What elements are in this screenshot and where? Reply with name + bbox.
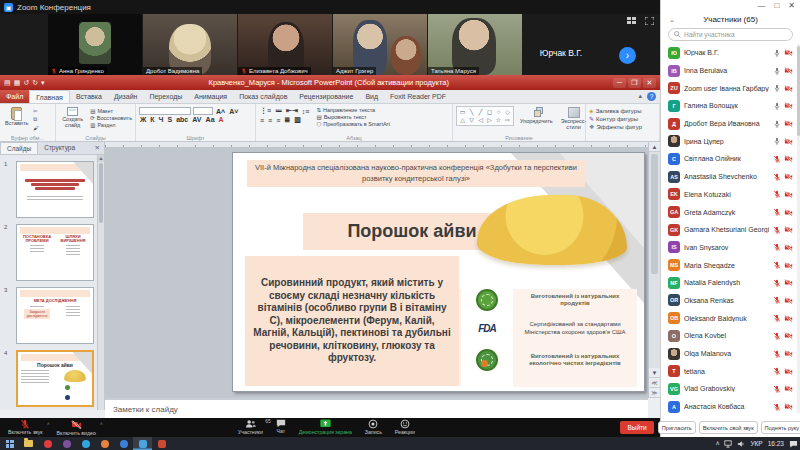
reactions-button[interactable]: Реакции <box>395 419 415 435</box>
participant-row[interactable]: C Світлана Олійник <box>661 150 797 168</box>
numbering-icon[interactable]: ≔ <box>274 107 283 115</box>
tab-slides[interactable]: Слайды <box>0 142 38 154</box>
video-tile-1[interactable]: Дробот Вадимовна <box>143 14 237 75</box>
clock[interactable]: 16:23 <box>768 440 784 447</box>
undo-icon[interactable]: ↺ <box>23 79 29 87</box>
leave-meeting-button[interactable]: Выйти <box>620 421 654 434</box>
cut-icon[interactable]: ✂ <box>33 108 39 114</box>
taskbar-firefox-button[interactable] <box>95 437 114 450</box>
participants-button[interactable]: 65Участники <box>238 419 263 435</box>
taskbar-powerpoint-button[interactable] <box>152 437 171 450</box>
speaker-icon[interactable] <box>737 440 745 448</box>
smartart-button[interactable]: ⬡ Преобразовать в SmartArt <box>316 121 390 127</box>
align-center-icon[interactable]: ≡ <box>267 117 273 124</box>
font-style-6[interactable]: Аа <box>204 116 215 123</box>
new-slide-button[interactable]: Создать слайд <box>59 106 86 129</box>
align-text-button[interactable]: ▤ Выровнять текст <box>316 114 390 120</box>
ppt-minimize-button[interactable]: ─ <box>613 78 626 88</box>
arrange-button[interactable]: Упорядочить <box>518 106 555 125</box>
participant-row[interactable]: GK Gamara Khetsuriani Georgia <box>661 221 797 239</box>
font-size-select[interactable] <box>193 107 213 115</box>
taskbar-telegram-button[interactable] <box>76 437 95 450</box>
zoom-close-button[interactable]: ✕ <box>788 2 795 10</box>
qat-dropdown-icon[interactable]: ▾ <box>41 79 45 87</box>
layout-button[interactable]: ▤ Макет <box>90 108 132 114</box>
participant-row[interactable]: VG Vlad Grabovskiy <box>661 380 797 398</box>
ribbon-tab-3[interactable]: Дизайн <box>108 90 144 103</box>
participant-row[interactable]: Г Галина Волощук <box>661 97 797 115</box>
text-direction-button[interactable]: ⇅ Направление текста <box>316 107 390 113</box>
next-slide-icon[interactable]: ≫ <box>649 388 660 398</box>
raise-hand-button[interactable]: Поднять руку <box>761 421 800 434</box>
language-indicator[interactable]: УКР <box>750 440 762 447</box>
justify-icon[interactable]: ≣ <box>283 116 291 124</box>
scroll-down-icon[interactable]: ▼ <box>649 368 660 378</box>
ribbon-tab-4[interactable]: Переходы <box>143 90 188 103</box>
line-spacing-icon[interactable]: ↕≡ <box>301 108 311 115</box>
ribbon-tab-7[interactable]: Рецензирование <box>293 90 359 103</box>
font-style-5[interactable]: AV <box>191 116 202 123</box>
video-tile-2[interactable]: Елизавета Добжович <box>238 14 332 75</box>
chat-button[interactable]: Чат <box>276 419 286 435</box>
paste-button[interactable]: Вставить <box>3 106 30 131</box>
taskbar-viber-button[interactable] <box>57 437 76 450</box>
grow-font-icon[interactable]: A˄ <box>215 108 226 115</box>
quick-styles-button[interactable]: Экспресс-стили <box>559 106 589 131</box>
shapes-gallery[interactable]: ▭╲╱◻○◇△▽◁▷☆⇨ <box>456 106 514 126</box>
shrink-font-icon[interactable]: A˅ <box>228 108 239 115</box>
taskbar-opera-button[interactable] <box>38 437 57 450</box>
participant-row[interactable]: OB Oleksandr Baldynuk <box>661 309 797 327</box>
font-style-4[interactable]: abc <box>175 116 189 123</box>
previous-slide-icon[interactable]: ≪ <box>649 378 660 388</box>
ribbon-tab-1[interactable]: Главная <box>29 90 70 103</box>
video-tile-0[interactable]: Анна Гринденко <box>48 14 142 75</box>
participant-row[interactable]: O Olena Kovbel <box>661 327 797 345</box>
participant-row[interactable]: T tetiana <box>661 362 797 380</box>
invite-button[interactable]: Пригласить <box>658 421 696 434</box>
save-icon[interactable]: ▦ <box>14 79 21 87</box>
next-videos-button[interactable]: › <box>619 47 636 64</box>
slide-thumbnail-4[interactable]: Порошок айви <box>16 350 94 407</box>
ribbon-tab-9[interactable]: Foxit Reader PDF <box>384 90 452 103</box>
tab-outline[interactable]: Структура <box>38 142 81 154</box>
ppt-close-button[interactable]: ✕ <box>643 78 656 88</box>
font-style-1[interactable]: К <box>149 116 155 123</box>
shape-outline-button[interactable]: ✎Контур фигуры <box>589 115 656 122</box>
shape-fill-button[interactable]: ◈Заливка фигуры <box>589 107 656 114</box>
close-panel-icon[interactable]: ✕ <box>91 142 104 154</box>
taskbar-edge-button[interactable] <box>114 437 133 450</box>
fullscreen-icon[interactable] <box>645 17 654 25</box>
participant-row[interactable]: OR Oksana Renkas <box>661 292 797 310</box>
video-tile-3[interactable]: Аджит Грэгер <box>333 14 427 75</box>
notes-pane[interactable]: Заметки к слайду <box>105 398 648 418</box>
share-screen-button[interactable]: Демонстрация экрана <box>299 419 352 435</box>
taskbar-start-button[interactable] <box>0 437 19 450</box>
redo-icon[interactable]: ↻ <box>32 79 38 87</box>
zoom-maximize-button[interactable]: □ <box>774 2 779 10</box>
participant-row[interactable]: MS Maria Shegadze <box>661 256 797 274</box>
format-painter-icon[interactable]: 🖌 <box>33 125 39 131</box>
slide-thumbnail-3[interactable]: МЕТА ДОСЛІДЖЕННЯ Завдання дослідження <box>16 287 94 344</box>
zoom-minimize-button[interactable]: — <box>757 2 765 10</box>
slide-thumbnail-2[interactable]: ПОСТАНОВКА ПРОБЛЕМИ ШЛЯХИ ВИРІШЕННЯ <box>16 224 94 281</box>
record-button[interactable]: Запись <box>365 419 382 435</box>
collapse-ribbon-icon[interactable]: ▴ <box>638 92 642 101</box>
slide-thumbnail-1[interactable] <box>16 161 94 218</box>
align-left-icon[interactable]: ≡ <box>259 117 265 124</box>
gallery-view-icon[interactable] <box>627 17 637 25</box>
participant-row[interactable]: Olga Malanova <box>661 345 797 363</box>
ribbon-tab-2[interactable]: Вставка <box>70 90 108 103</box>
taskbar-zoom-button[interactable] <box>133 437 152 450</box>
copy-icon[interactable]: ⧉ <box>33 116 39 123</box>
participant-row[interactable]: GA Greta Adamczyk <box>661 203 797 221</box>
align-right-icon[interactable]: ≡ <box>275 117 281 124</box>
notifications-icon[interactable] <box>789 440 798 448</box>
video-tile-4[interactable]: Татьяна Маруся <box>428 14 522 75</box>
participant-row[interactable]: EK Elena Kotuzaki <box>661 186 797 204</box>
participant-row[interactable]: Ю Юрчак В.Г. <box>661 44 797 62</box>
section-button[interactable]: ▥ Раздел <box>90 122 132 128</box>
font-color-icon[interactable]: А <box>218 116 225 123</box>
slide-scrollbar[interactable]: ▲ ▼ ≪ ≫ <box>648 142 660 398</box>
start-video-button[interactable]: ˄Включить видео <box>57 419 96 436</box>
scroll-up-icon[interactable]: ▲ <box>649 142 660 152</box>
